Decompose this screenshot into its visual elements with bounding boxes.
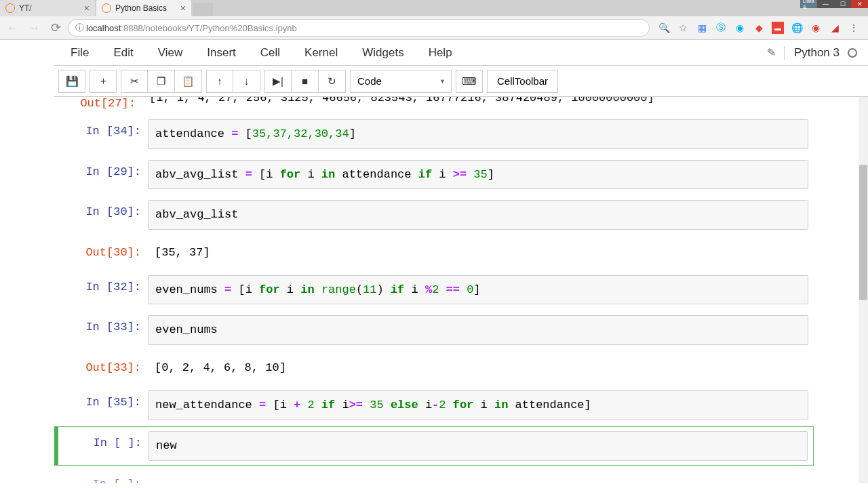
extension-icon[interactable]: ▬	[772, 22, 784, 34]
menu-icon[interactable]: ⋮	[848, 22, 860, 34]
move-up-button[interactable]: ↑	[206, 70, 233, 93]
code-input[interactable]: new_attendance = [i + 2 if i>= 35 else i…	[148, 390, 808, 420]
code-cell[interactable]: In [35]: new_attendance = [i + 2 if i>= …	[54, 386, 814, 424]
restart-button[interactable]: ↻	[319, 70, 346, 93]
minimize-button[interactable]: —	[817, 0, 834, 8]
code-cell[interactable]: In [ ]:	[54, 468, 814, 484]
window-controls: Data & — ☐ ✕	[800, 0, 868, 8]
extension-icon[interactable]: ◆	[753, 22, 765, 34]
jupyter-icon	[5, 3, 15, 13]
tab-title: YT/	[19, 3, 81, 13]
output-prompt: Out[33]:	[60, 356, 148, 380]
pencil-icon[interactable]: ✎	[767, 46, 776, 59]
star-icon[interactable]: ☆	[677, 22, 689, 34]
output-prompt: Out[30]:	[60, 241, 148, 264]
browser-tab-strip: YT/ × Python Basics ×	[0, 0, 868, 16]
menu-file[interactable]: File	[58, 42, 101, 64]
code-cell-active[interactable]: In [ ]: new	[54, 426, 814, 466]
tab-title: Python Basics	[115, 3, 178, 13]
menu-insert[interactable]: Insert	[195, 42, 248, 64]
forward-button[interactable]: →	[24, 18, 43, 37]
code-input[interactable]: abv_avg_list = [i for i in attendance if…	[148, 160, 808, 190]
toolbar: 💾 ＋ ✂ ❐ 📋 ↑ ↓ ▶| ■ ↻ Code ⌨ CellToolbar	[54, 66, 868, 97]
scrollbar-thumb[interactable]	[859, 165, 867, 300]
output-text: [0, 2, 4, 6, 8, 10]	[148, 356, 808, 380]
copy-button[interactable]: ❐	[148, 70, 175, 93]
paste-button[interactable]: 📋	[175, 70, 202, 93]
menu-view[interactable]: View	[146, 42, 195, 64]
code-cell[interactable]: In [34]: attendance = [35,37,32,30,34]	[54, 115, 814, 153]
input-prompt: In [33]:	[60, 315, 148, 345]
input-prompt: In [35]:	[60, 390, 148, 420]
output-text: [1, 1, 4, 27, 256, 3125, 46656, 823543, …	[142, 97, 814, 110]
new-tab-button[interactable]	[193, 3, 213, 16]
menu-cell[interactable]: Cell	[248, 42, 292, 64]
url-path: :8888/notebooks/YT/Python%20Basics.ipynb	[121, 23, 296, 33]
browser-toolbar: ← → ⟳ ⓘ localhost:8888/notebooks/YT/Pyth…	[0, 16, 868, 40]
close-icon[interactable]: ×	[84, 3, 90, 14]
input-prompt: In [32]:	[60, 275, 148, 305]
extension-icon[interactable]: ◉	[810, 22, 822, 34]
code-input[interactable]: new	[149, 431, 808, 461]
menubar: File Edit View Insert Cell Kernel Widget…	[54, 40, 868, 66]
extension-icon[interactable]: 🌐	[791, 22, 803, 34]
skype-icon[interactable]: Ⓢ	[715, 22, 727, 34]
notebook-body: Out[27]: [1, 1, 4, 27, 256, 3125, 46656,…	[0, 97, 868, 483]
code-input[interactable]: attendance = [35,37,32,30,34]	[148, 119, 808, 149]
maximize-button[interactable]: ☐	[834, 0, 851, 8]
cell-type-select[interactable]: Code	[350, 70, 452, 93]
input-prompt: In [29]:	[60, 160, 148, 190]
code-cell[interactable]: In [29]: abv_avg_list = [i for i in atte…	[54, 156, 814, 194]
extension-icon[interactable]: ◉	[734, 22, 746, 34]
code-cell[interactable]: In [30]: abv_avg_list	[54, 196, 814, 234]
output-prompt: Out[27]:	[54, 97, 142, 110]
menu-edit[interactable]: Edit	[101, 42, 145, 64]
output-cell: Out[30]: [35, 37]	[54, 237, 814, 268]
extension-icon[interactable]: ◢	[829, 22, 841, 34]
cut-button[interactable]: ✂	[121, 70, 148, 93]
url-host: localhost	[86, 23, 121, 33]
cell-toolbar-button[interactable]: CellToolbar	[487, 70, 558, 93]
kernel-name[interactable]: Python 3	[784, 46, 840, 60]
command-palette-button[interactable]: ⌨	[456, 70, 483, 93]
output-cell: Out[33]: [0, 2, 4, 6, 8, 10]	[54, 352, 814, 384]
scrollbar[interactable]	[859, 97, 868, 483]
output-text: [35, 37]	[148, 241, 808, 264]
move-down-button[interactable]: ↓	[233, 70, 260, 93]
code-input[interactable]: abv_avg_list	[148, 200, 808, 230]
reload-button[interactable]: ⟳	[46, 18, 65, 37]
browser-tab-python-basics[interactable]: Python Basics ×	[96, 0, 191, 16]
code-input[interactable]: even_nums = [i for i in range(11) if i %…	[148, 275, 808, 305]
code-cell[interactable]: In [32]: even_nums = [i for i in range(1…	[54, 271, 814, 309]
browser-action-icons: 🔍 ☆ ▦ Ⓢ ◉ ◆ ▬ 🌐 ◉ ◢ ⋮	[652, 22, 865, 34]
stop-button[interactable]: ■	[292, 70, 319, 93]
code-input[interactable]: even_nums	[148, 315, 808, 345]
code-cell[interactable]: In [33]: even_nums	[54, 311, 814, 349]
browser-tab-yt[interactable]: YT/ ×	[0, 0, 95, 16]
notebook-app: File Edit View Insert Cell Kernel Widget…	[0, 40, 868, 483]
menu-widgets[interactable]: Widgets	[350, 42, 416, 64]
window-close-button[interactable]: ✕	[851, 0, 868, 8]
zoom-icon[interactable]: 🔍	[658, 22, 670, 34]
extension-icon[interactable]: ▦	[696, 22, 708, 34]
menu-kernel[interactable]: Kernel	[292, 42, 350, 64]
address-bar[interactable]: ⓘ localhost:8888/notebooks/YT/Python%20B…	[68, 19, 650, 37]
output-partial: Out[27]: [1, 1, 4, 27, 256, 3125, 46656,…	[54, 97, 814, 110]
close-icon[interactable]: ×	[180, 3, 186, 14]
menu-help[interactable]: Help	[416, 42, 465, 64]
save-button[interactable]: 💾	[58, 70, 85, 93]
back-button[interactable]: ←	[3, 18, 22, 37]
jupyter-icon	[102, 3, 111, 13]
data-indicator: Data &	[800, 0, 817, 8]
input-prompt: In [34]:	[60, 119, 148, 149]
run-button[interactable]: ▶|	[264, 70, 292, 93]
input-prompt: In [30]:	[60, 200, 148, 230]
input-prompt: In [ ]:	[60, 472, 148, 484]
kernel-indicator-icon	[848, 48, 857, 58]
info-icon: ⓘ	[75, 22, 84, 34]
input-prompt: In [ ]:	[60, 431, 149, 461]
add-cell-button[interactable]: ＋	[90, 70, 117, 93]
